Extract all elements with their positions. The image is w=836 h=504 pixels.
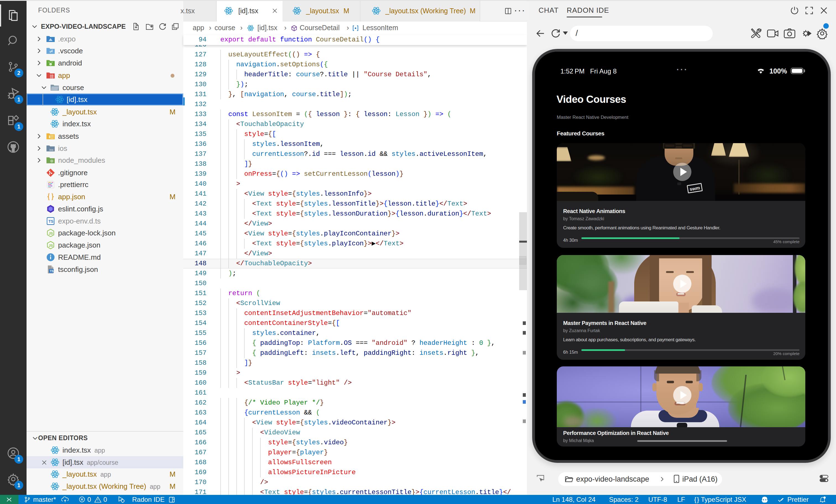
svg-text:JS: JS	[49, 244, 53, 248]
svg-text:ios: ios	[50, 148, 54, 151]
svg-text:JS: JS	[49, 231, 53, 235]
svg-text:TS: TS	[49, 219, 53, 224]
svg-text:TS: TS	[50, 269, 54, 273]
